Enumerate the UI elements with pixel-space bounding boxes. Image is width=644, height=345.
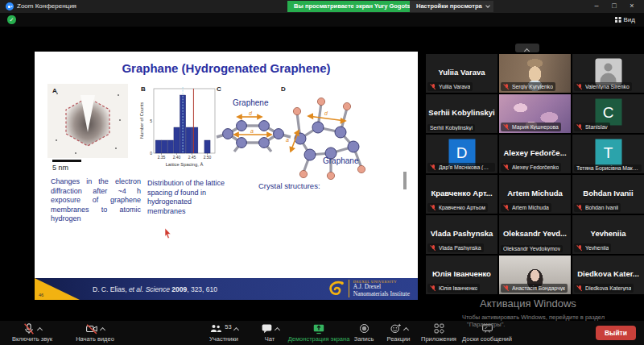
- muted-mic-icon: [430, 244, 436, 251]
- muted-mic-icon: [503, 164, 510, 171]
- chat-button[interactable]: Чат: [253, 322, 287, 343]
- panel-label-c: C: [217, 85, 221, 93]
- participant-tile[interactable]: Yuliia Varava Yuliia Varava: [426, 54, 497, 93]
- muted-mic-icon: [503, 83, 510, 90]
- zoom-app-icon: [6, 2, 14, 10]
- participant-label: Sergiy Kyrylenko: [501, 82, 555, 91]
- participant-tile[interactable]: Artem Michuda Artem Michuda: [499, 175, 571, 214]
- minimize-button[interactable]: –: [588, 0, 605, 12]
- participant-label: Тетяна Борисівна Макарова: [574, 164, 642, 172]
- participant-label: Кравченко Артьом: [427, 203, 488, 212]
- svg-text:0: 0: [150, 151, 152, 156]
- caption-diffraction: Changes in the electron diffraction afte…: [51, 177, 141, 224]
- chevron-up-icon[interactable]: [233, 326, 239, 332]
- caption-distribution: Distribution of the lattice spacing d fo…: [147, 179, 229, 216]
- participant-tile[interactable]: Анастасія Бондарчук: [499, 256, 571, 294]
- scrollbar[interactable]: [403, 172, 407, 189]
- muted-mic-icon: [576, 244, 583, 251]
- muted-mic-icon: [576, 204, 583, 211]
- apps-button[interactable]: Приложения: [419, 322, 459, 343]
- participant-tile[interactable]: D Дар'я Мяснікова (Dari...: [426, 135, 497, 173]
- shared-slide: Graphane (Hydrogenated Graphene) A 5 nm: [35, 52, 418, 300]
- participant-label: Valentyna Sirenko: [574, 82, 632, 91]
- restore-button[interactable]: □: [605, 0, 623, 12]
- avatar-placeholder-icon: [595, 59, 621, 85]
- record-icon: [358, 322, 370, 335]
- slide-title: Graphane (Hydrogenated Graphene): [35, 61, 418, 75]
- graphene-label: Graphene: [233, 98, 268, 107]
- record-button[interactable]: Запись: [348, 322, 380, 343]
- participant-tile[interactable]: C Stanislav: [572, 94, 644, 133]
- leave-meeting-button[interactable]: Выйти: [596, 326, 636, 340]
- muted-mic-icon: [503, 204, 510, 211]
- participant-tile[interactable]: Serhii Kobylinskyi Serhii Kobylinskyi: [426, 94, 497, 133]
- chevron-up-icon: [524, 48, 530, 54]
- participant-label: Alexey Fedorčenko: [501, 163, 561, 172]
- participant-label: Bohdan Ivanii: [574, 203, 621, 212]
- encryption-shield-icon[interactable]: ✓: [7, 15, 16, 24]
- participant-tile[interactable]: Oleksandr Yevd... Oleksandr Yevdokymov: [499, 215, 571, 254]
- muted-mic-icon: [576, 83, 583, 90]
- muted-mic-icon: [503, 285, 510, 292]
- participant-tile[interactable]: Alexey Fedorče... Alexey Fedorčenko: [499, 135, 571, 173]
- scale-bar-label: 5 nm: [52, 164, 68, 172]
- participant-tile[interactable]: Bohdan Ivanii Bohdan Ivanii: [572, 175, 644, 214]
- reactions-button[interactable]: Реакции: [380, 322, 417, 343]
- unmute-button[interactable]: Включить звук: [2, 322, 63, 343]
- svg-text:2.50: 2.50: [204, 155, 212, 160]
- participant-tile[interactable]: Vlada Pashynska Vlada Pashynska: [426, 215, 497, 254]
- participant-label: Юлія Іванченко: [427, 284, 480, 293]
- panel-label-a: A: [52, 87, 57, 94]
- view-settings-button[interactable]: Настройки просмотра: [410, 1, 493, 12]
- participant-label: Мария Кушнерова: [501, 123, 561, 131]
- meeting-toolbar: Включить звук Начать видео: [0, 321, 644, 345]
- participant-tile[interactable]: Мария Кушнерова: [499, 94, 571, 133]
- chevron-up-icon[interactable]: [100, 326, 105, 332]
- chevron-up-icon[interactable]: [274, 326, 279, 332]
- chevron-up-icon[interactable]: [402, 326, 408, 332]
- muted-mic-icon: [576, 285, 583, 292]
- scale-bar: [52, 160, 81, 162]
- participant-tile[interactable]: Кравченко Арт... Кравченко Артьом: [426, 175, 497, 214]
- whiteboards-button[interactable]: Доски сообщений: [460, 322, 514, 343]
- participant-tile[interactable]: Valentyna Sirenko: [572, 54, 644, 93]
- participants-count: 53: [225, 323, 231, 330]
- participant-label: Diedkova Kateryna: [574, 284, 634, 293]
- initial-avatar: D: [448, 139, 475, 166]
- muted-mic-icon: [23, 322, 35, 335]
- participant-tile[interactable]: Diedkova Kater... Diedkova Kateryna: [572, 256, 644, 294]
- collapse-gallery-button[interactable]: [515, 44, 539, 52]
- participant-tile[interactable]: T Тетяна Борисівна Макарова: [572, 135, 644, 173]
- grid-view-icon: [615, 17, 621, 23]
- participant-label: Stanislav: [574, 123, 610, 131]
- close-button[interactable]: ×: [623, 0, 641, 12]
- participant-label: Анастасія Бондарчук: [501, 284, 568, 293]
- participant-label: Дар'я Мяснікова (Dari...: [427, 163, 495, 172]
- share-screen-button[interactable]: Демонстрация экрана: [283, 322, 354, 343]
- camera-off-icon: [85, 322, 98, 335]
- graphane-structure: d a: [276, 89, 374, 189]
- svg-text:a: a: [286, 137, 289, 143]
- participant-label: Vlada Pashynska: [427, 243, 484, 252]
- participant-label: Yevheniia: [574, 243, 611, 252]
- citation: D. C. Elias, et al. Science 2009, 323, 6…: [93, 285, 217, 293]
- initial-avatar: T: [595, 139, 621, 166]
- participant-tile[interactable]: Юлія Іванченко Юлія Іванченко: [426, 256, 497, 294]
- participant-tile[interactable]: Yevheniia Yevheniia: [572, 215, 644, 254]
- reactions-icon: [390, 322, 402, 335]
- participants-button[interactable]: 53 Участники: [197, 322, 250, 343]
- participant-gallery: Yuliia Varava Yuliia Varava Sergiy Kyryl…: [426, 54, 644, 294]
- participant-tile[interactable]: Sergiy Kyrylenko: [499, 54, 571, 93]
- view-button[interactable]: Вид: [613, 15, 638, 25]
- presenter-cursor-icon: [164, 228, 172, 239]
- chevron-up-icon[interactable]: [37, 326, 43, 332]
- window-title: Zoom Конференция: [17, 2, 76, 10]
- participant-label: Artem Michuda: [501, 203, 551, 212]
- muted-mic-icon: [430, 285, 436, 292]
- lattice-spacing-histogram: 2.352.402.452.5005 Number of Counts Latt…: [138, 82, 220, 172]
- start-video-button[interactable]: Начать видео: [64, 322, 126, 343]
- muted-mic-icon: [430, 83, 436, 90]
- svg-text:a: a: [250, 128, 254, 134]
- screen-share-banner: Вы просматриваете экран Yury Gogotsi: [287, 1, 419, 12]
- graphane-label: Graphane: [323, 156, 358, 165]
